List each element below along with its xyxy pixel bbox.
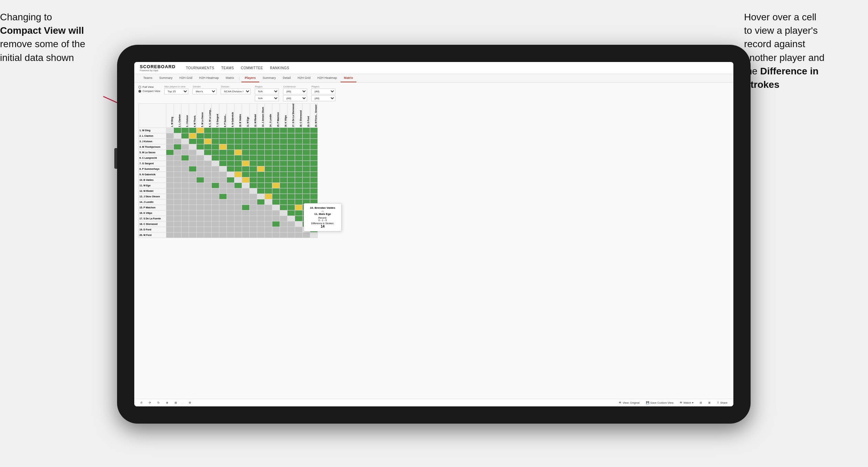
matrix-cell[interactable] [265,183,272,188]
matrix-cell[interactable] [265,139,272,144]
matrix-cell[interactable] [197,232,204,238]
matrix-cell[interactable] [174,177,181,183]
matrix-cell[interactable] [287,194,295,199]
matrix-cell[interactable] [272,166,280,172]
matrix-cell[interactable] [166,172,174,177]
matrix-cell[interactable] [265,221,272,227]
matrix-cell[interactable] [250,177,257,183]
matrix-cell[interactable] [310,161,318,166]
matrix-cell[interactable] [257,183,265,188]
matrix-cell[interactable] [250,144,257,150]
matrix-cell[interactable] [257,177,265,183]
matrix-cell[interactable] [212,128,219,133]
matrix-cell[interactable] [250,161,257,166]
matrix-cell[interactable] [265,161,272,166]
matrix-cell[interactable] [242,232,250,238]
tab-summary1[interactable]: Summary [156,74,176,82]
matrix-cell[interactable] [219,161,227,166]
matrix-cell[interactable] [219,210,227,216]
matrix-cell[interactable] [219,199,227,205]
matrix-cell[interactable] [197,128,204,133]
matrix-cell[interactable] [181,227,189,232]
matrix-cell[interactable] [166,232,174,238]
matrix-cell[interactable] [250,166,257,172]
matrix-cell[interactable] [242,155,250,161]
matrix-cell[interactable] [204,177,212,183]
matrix-cell[interactable] [295,194,303,199]
matrix-cell[interactable] [310,166,318,172]
conference-select1[interactable]: (All) [283,89,307,94]
matrix-cell[interactable] [310,133,318,139]
matrix-cell[interactable] [189,210,197,216]
matrix-cell[interactable] [234,210,242,216]
matrix-cell[interactable] [189,139,197,144]
matrix-cell[interactable] [280,166,287,172]
matrix-cell[interactable] [265,150,272,155]
matrix-cell[interactable] [174,227,181,232]
matrix-cell[interactable] [280,172,287,177]
matrix-cell[interactable] [295,199,303,205]
matrix-cell[interactable] [219,177,227,183]
matrix-cell[interactable] [280,210,287,216]
matrix-cell[interactable] [295,183,303,188]
matrix-cell[interactable] [204,210,212,216]
matrix-cell[interactable] [212,166,219,172]
matrix-cell[interactable] [272,232,280,238]
matrix-cell[interactable] [257,194,265,199]
watch-btn[interactable]: 👁 Watch ▾ [678,401,695,405]
matrix-cell[interactable] [257,205,265,210]
matrix-cell[interactable] [295,188,303,194]
matrix-cell[interactable] [303,144,310,150]
matrix-cell[interactable] [197,177,204,183]
matrix-cell[interactable] [189,128,197,133]
matrix-cell[interactable] [280,144,287,150]
nav-teams[interactable]: TEAMS [221,65,234,71]
matrix-cell[interactable] [197,188,204,194]
matrix-cell[interactable] [250,199,257,205]
matrix-cell[interactable] [303,232,310,238]
matrix-cell[interactable] [227,155,234,161]
matrix-cell[interactable] [265,177,272,183]
matrix-cell[interactable] [166,150,174,155]
grid2-btn[interactable]: ⊞ [707,401,712,405]
matrix-cell[interactable] [272,161,280,166]
matrix-cell[interactable] [219,128,227,133]
matrix-cell[interactable] [234,188,242,194]
matrix-cell[interactable] [174,216,181,221]
matrix-cell[interactable] [234,166,242,172]
tab-h2h-grid1[interactable]: H2H Grid [176,74,196,82]
matrix-container[interactable]: 1. W Ding 2. L Clanton 3. J Koivun 4. M … [138,103,729,396]
matrix-cell[interactable] [181,188,189,194]
matrix-cell[interactable] [174,232,181,238]
matrix-cell[interactable] [219,155,227,161]
matrix-cell[interactable] [219,183,227,188]
matrix-cell[interactable] [204,144,212,150]
matrix-cell[interactable] [212,221,219,227]
zoom-btn[interactable]: ⊕ [164,401,170,405]
matrix-cell[interactable] [227,177,234,183]
matrix-cell[interactable] [272,210,280,216]
players-select2[interactable]: (All) [311,95,335,101]
matrix-cell[interactable] [250,133,257,139]
matrix-cell[interactable] [219,150,227,155]
matrix-cell[interactable] [280,161,287,166]
tab-h2h-heatmap1[interactable]: H2H Heatmap [196,74,222,82]
matrix-cell[interactable] [234,232,242,238]
matrix-cell[interactable] [166,177,174,183]
matrix-cell[interactable] [197,144,204,150]
matrix-cell[interactable] [189,155,197,161]
matrix-cell[interactable] [303,188,310,194]
matrix-cell[interactable] [280,221,287,227]
matrix-cell[interactable] [250,150,257,155]
matrix-cell[interactable] [204,183,212,188]
matrix-cell[interactable] [166,139,174,144]
matrix-cell[interactable] [189,199,197,205]
matrix-cell[interactable] [197,221,204,227]
matrix-cell[interactable] [257,221,265,227]
matrix-cell[interactable] [250,232,257,238]
matrix-cell[interactable] [234,128,242,133]
matrix-cell[interactable] [310,183,318,188]
matrix-cell[interactable] [189,177,197,183]
matrix-cell[interactable] [265,227,272,232]
matrix-cell[interactable] [272,183,280,188]
